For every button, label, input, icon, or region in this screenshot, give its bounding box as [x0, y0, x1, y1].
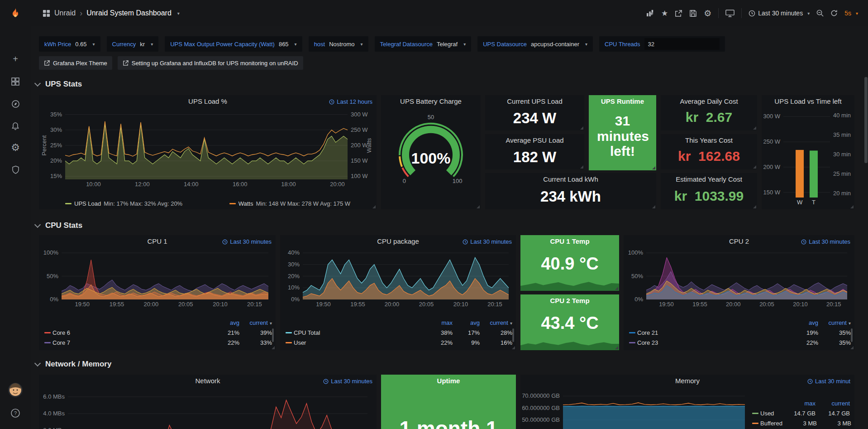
zoom-out-button[interactable] [816, 10, 824, 17]
dashboard-title[interactable]: Unraid System Dashboard [86, 9, 172, 17]
legend-scrollbar[interactable] [512, 328, 514, 342]
refresh-interval-dropdown[interactable]: 5s ▾ [844, 10, 858, 17]
cpu1-chart[interactable]: 0%50%100%19:5019:5520:0020:0520:1020:15 [41, 248, 272, 308]
ups-load-chart[interactable]: 15%20%25%30%35%100 W150 W200 W250 W300 W… [41, 108, 375, 188]
stat-value: kr 162.68 [661, 149, 757, 164]
variable-value: 865 [279, 41, 289, 48]
caret-down-icon: ▾ [463, 42, 466, 47]
time-picker-button[interactable]: Last 30 minutes ▾ [749, 10, 810, 17]
legend-col-avg[interactable]: avg [210, 319, 239, 326]
panel-title[interactable]: Average Daily Cost [661, 95, 757, 107]
create-button[interactable]: + [0, 50, 31, 68]
legend-item-watts[interactable]: Watts Min: 148 W Max: 278 W Avg: 175 W [229, 200, 350, 207]
panel-title[interactable]: Memory [520, 375, 854, 387]
panel-title[interactable]: UPS Load vs Time left [762, 95, 854, 107]
network-chart[interactable]: 2.0 MBs4.0 MBs6.0 MBs [41, 387, 373, 429]
dashboard-dropdown-caret-icon[interactable]: ▾ [177, 11, 180, 16]
panel-title[interactable]: Current Load kWh [485, 173, 656, 185]
series-current: 3 MB [817, 420, 851, 427]
cpu1-temp-sparkline [520, 276, 619, 291]
dashboard-settings-button[interactable]: ⚙ [704, 9, 711, 18]
svg-text:20:05: 20:05 [759, 301, 774, 308]
panel-title[interactable]: This Years Cost [661, 134, 757, 146]
panel-title[interactable]: Uptime [381, 375, 516, 387]
breadcrumb-org[interactable]: Unraid [54, 9, 76, 17]
legend-header: avg current▾ [629, 318, 851, 328]
legend-col-current[interactable]: current [816, 400, 850, 407]
sidebar: + ⚙ [0, 0, 31, 429]
series-name[interactable]: Buffered [760, 420, 782, 427]
link-ups-monitoring-guide[interactable]: Setting up Grafana and InfluxDB for UPS … [118, 56, 303, 70]
section-network-memory[interactable]: Network / Memory [35, 359, 111, 370]
svg-text:60.000000 GB: 60.000000 GB [522, 405, 560, 411]
dashboards-button[interactable] [0, 72, 31, 91]
battery-gauge[interactable]: 100% 050100 [383, 108, 479, 206]
panel-title[interactable]: UPS Battery Charge [381, 95, 481, 107]
series-avg: 21% [210, 329, 239, 336]
variable-kwh-price[interactable]: kWh Price 0.65 ▾ [39, 36, 100, 52]
variable-telegraf-datasource[interactable]: Telegraf Datasource Telegraf ▾ [375, 36, 472, 52]
variable-ups-max-output[interactable]: UPS Max Output Power Capacity (Watt) 865… [165, 36, 302, 52]
series-name[interactable]: Core 6 [52, 329, 210, 336]
legend-col-avg[interactable]: avg [789, 319, 818, 326]
series-name[interactable]: User [294, 339, 425, 346]
cpu-package-chart[interactable]: 0%10%20%30%40%19:5019:5520:0020:0520:102… [282, 248, 512, 308]
series-name[interactable]: Core 7 [52, 339, 210, 346]
panel-title[interactable]: UPS Load % [39, 95, 377, 107]
panel-title[interactable]: CPU 2 Temp [520, 294, 619, 307]
cpu2-chart[interactable]: 0%50%100%19:5019:5520:0020:0520:1020:15 [625, 248, 851, 308]
cpu-threads-input[interactable] [644, 38, 720, 50]
legend-scrollbar[interactable] [272, 328, 274, 342]
legend-header: max current [752, 398, 850, 408]
section-cpu-stats[interactable]: CPU Stats [35, 220, 82, 231]
variable-ups-datasource[interactable]: UPS Datasource apcupsd-container ▾ [477, 36, 593, 52]
save-button[interactable] [689, 10, 697, 17]
server-admin-button[interactable] [0, 160, 31, 178]
ups-vs-time-chart[interactable]: 150 W200 W250 W300 W20 min25 min30 min35… [763, 108, 854, 207]
alerting-button[interactable] [0, 117, 31, 135]
explore-button[interactable] [0, 95, 31, 113]
link-grafana-plex-theme[interactable]: Grafana Plex Theme [39, 56, 112, 70]
cycle-view-button[interactable] [725, 10, 734, 17]
svg-text:150 W: 150 W [763, 189, 780, 196]
series-name[interactable]: CPU Total [294, 329, 425, 336]
panel-title[interactable]: Current UPS Load [485, 95, 584, 107]
panel-title[interactable]: Average PSU Load [485, 134, 584, 146]
series-name[interactable]: Core 21 [637, 329, 789, 336]
legend-col-current[interactable]: current▾ [818, 319, 851, 326]
series-color-dash [65, 203, 72, 204]
add-panel-button[interactable] [646, 10, 654, 17]
svg-text:0%: 0% [291, 296, 300, 303]
grafana-logo[interactable] [0, 5, 31, 23]
legend-col-avg[interactable]: avg [453, 319, 480, 326]
svg-text:19:50: 19:50 [659, 301, 674, 308]
series-max: 38% [425, 329, 453, 336]
legend-scrollbar[interactable] [851, 328, 853, 342]
external-link-icon [44, 60, 50, 66]
variable-host[interactable]: host Nostromo ▾ [309, 36, 368, 52]
legend-col-max[interactable]: max [425, 319, 453, 326]
legend-col-current[interactable]: current▾ [239, 319, 272, 326]
star-button[interactable]: ★ [661, 10, 668, 17]
series-name[interactable]: Used [760, 410, 781, 417]
section-ups-stats[interactable]: UPS Stats [35, 79, 82, 90]
memory-chart[interactable]: 50.000000 GB60.000000 GB70.000000 GB [522, 387, 749, 429]
svg-text:4.0 MBs: 4.0 MBs [43, 410, 65, 417]
refresh-button[interactable] [830, 10, 838, 17]
panel-title[interactable]: Estimated Yearly Cost [661, 173, 757, 185]
help-button[interactable]: ? [0, 404, 31, 422]
page-scrollbar[interactable] [864, 77, 868, 163]
series-name[interactable]: Core 23 [637, 339, 789, 346]
user-avatar[interactable] [0, 381, 31, 399]
grafana-flame-icon [9, 7, 22, 20]
variable-currency[interactable]: Currency kr ▾ [107, 36, 159, 52]
legend-col-max[interactable]: max [781, 400, 816, 407]
panel-title[interactable]: UPS Runtime [589, 95, 656, 107]
share-button[interactable] [675, 10, 682, 17]
configuration-button[interactable]: ⚙ [0, 139, 31, 157]
legend-col-current[interactable]: current▾ [480, 319, 512, 326]
chart-legend: UPS Load Min: 17% Max: 32% Avg: 20% Watt… [65, 200, 350, 207]
series-color-dash [629, 342, 635, 343]
legend-item-ups-load[interactable]: UPS Load Min: 17% Max: 32% Avg: 20% [65, 200, 182, 207]
panel-title[interactable]: CPU 1 Temp [520, 235, 619, 247]
